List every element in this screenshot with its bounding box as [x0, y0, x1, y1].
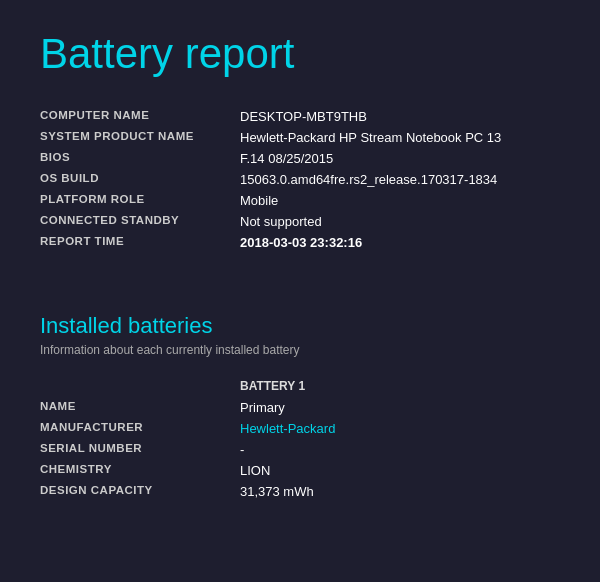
battery-info-value: - — [240, 439, 560, 460]
battery-col-header: BATTERY 1 — [240, 375, 560, 397]
system-info-value: DESKTOP-MBT9THB — [240, 106, 560, 127]
system-info-value: Hewlett-Packard HP Stream Notebook PC 13 — [240, 127, 560, 148]
system-info-key: PLATFORM ROLE — [40, 190, 240, 211]
system-info-key: COMPUTER NAME — [40, 106, 240, 127]
system-info-value: F.14 08/25/2015 — [240, 148, 560, 169]
battery-info-value: Hewlett-Packard — [240, 418, 560, 439]
installed-batteries-title: Installed batteries — [40, 313, 560, 339]
page-container: Battery report COMPUTER NAMEDESKTOP-MBT9… — [0, 0, 600, 582]
battery-label-col-header — [40, 375, 240, 397]
system-info-key: REPORT TIME — [40, 232, 240, 253]
battery-info-key: DESIGN CAPACITY — [40, 481, 240, 502]
battery-info-key: NAME — [40, 397, 240, 418]
battery-info-value: LION — [240, 460, 560, 481]
system-info-key: OS BUILD — [40, 169, 240, 190]
system-info-value: Mobile — [240, 190, 560, 211]
section-divider — [40, 263, 560, 293]
system-info-table: COMPUTER NAMEDESKTOP-MBT9THBSYSTEM PRODU… — [40, 106, 560, 253]
system-info-value: 15063.0.amd64fre.rs2_release.170317-1834 — [240, 169, 560, 190]
battery-info-table: BATTERY 1 NAMEPrimaryMANUFACTURERHewlett… — [40, 375, 560, 502]
system-info-key: CONNECTED STANDBY — [40, 211, 240, 232]
system-info-key: SYSTEM PRODUCT NAME — [40, 127, 240, 148]
battery-info-value: 31,373 mWh — [240, 481, 560, 502]
system-info-value: 2018-03-03 23:32:16 — [240, 232, 560, 253]
page-title: Battery report — [40, 30, 560, 78]
installed-batteries-subtitle: Information about each currently install… — [40, 343, 560, 357]
battery-info-value: Primary — [240, 397, 560, 418]
battery-info-key: CHEMISTRY — [40, 460, 240, 481]
battery-info-key: MANUFACTURER — [40, 418, 240, 439]
system-info-key: BIOS — [40, 148, 240, 169]
battery-info-key: SERIAL NUMBER — [40, 439, 240, 460]
installed-batteries-section: Installed batteries Information about ea… — [40, 313, 560, 357]
system-info-value: Not supported — [240, 211, 560, 232]
